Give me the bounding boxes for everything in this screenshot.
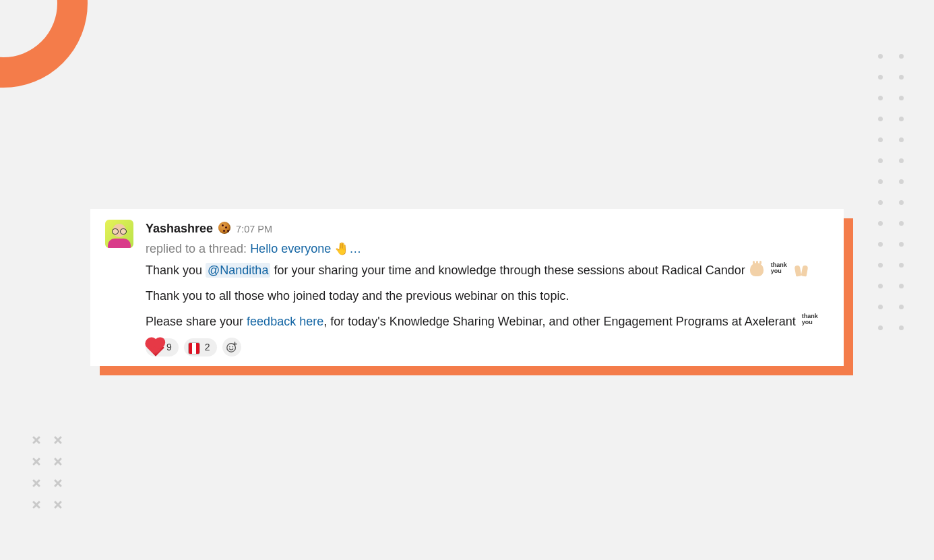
avatar[interactable]	[105, 220, 133, 248]
message-body: Yashashree 7:07 PM replied to a thread: …	[146, 220, 829, 356]
add-reaction-button[interactable]	[222, 338, 241, 356]
clap-icon	[750, 263, 764, 276]
flag-icon	[188, 342, 200, 354]
thankyou-icon: thankyou	[770, 261, 788, 275]
message-paragraph-2: Thank you to all those who joined today …	[146, 287, 829, 306]
text: , for today's Knowledge Sharing Webinar,…	[323, 315, 799, 328]
wave-icon: 🤚	[334, 242, 349, 255]
message-header: Yashashree 7:07 PM	[146, 220, 829, 239]
text: Please share your	[146, 315, 247, 328]
heart-icon	[147, 340, 164, 356]
thread-ellipsis: …	[349, 242, 361, 255]
thread-link[interactable]: Hello everyone 🤚…	[250, 242, 361, 255]
message-timestamp[interactable]: 7:07 PM	[236, 222, 272, 237]
thread-prefix: replied to a thread:	[146, 242, 247, 255]
svg-point-0	[226, 344, 235, 352]
text: Thank you	[146, 263, 206, 277]
text: for your sharing your time and knowledge…	[270, 263, 748, 277]
thread-title: Hello everyone	[250, 242, 331, 255]
raised-hands-icon	[795, 263, 808, 276]
reaction-count: 9	[166, 340, 172, 355]
svg-point-2	[232, 346, 233, 348]
message: Yashashree 7:07 PM replied to a thread: …	[90, 209, 844, 366]
thread-reference: replied to a thread: Hello everyone 🤚…	[146, 240, 829, 259]
svg-point-1	[229, 346, 230, 348]
reactions-bar: 9 2	[146, 338, 829, 356]
reaction-count: 2	[205, 340, 210, 355]
decorative-crosses	[32, 435, 63, 509]
cookie-icon	[218, 222, 230, 234]
message-paragraph-3: Please share your feedback here, for tod…	[146, 313, 829, 332]
reaction-heart[interactable]: 9	[146, 338, 179, 357]
message-paragraph-1: Thank you @Nanditha for your sharing you…	[146, 261, 829, 280]
thankyou-icon: thankyou	[801, 313, 819, 326]
decorative-arc	[0, 0, 88, 88]
decorative-dots	[878, 54, 904, 330]
feedback-link[interactable]: feedback here	[247, 315, 323, 328]
message-card: Yashashree 7:07 PM replied to a thread: …	[90, 209, 844, 366]
author-name[interactable]: Yashashree	[146, 220, 213, 239]
reaction-flag[interactable]: 2	[184, 338, 217, 357]
add-reaction-icon	[226, 341, 238, 353]
mention[interactable]: @Nanditha	[206, 263, 270, 278]
